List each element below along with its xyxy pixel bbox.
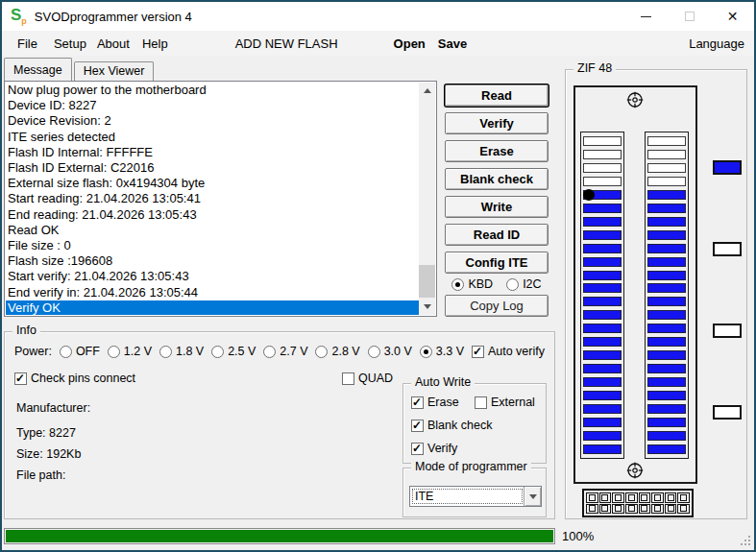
power-option-18v[interactable]: 1.8 V — [159, 345, 204, 358]
log-line[interactable]: Device Revision: 2 — [6, 113, 419, 129]
auto-verify-checkbox[interactable]: Auto verify — [472, 345, 545, 358]
tab-message[interactable]: Message — [4, 58, 72, 81]
menu-setup[interactable]: Setup — [54, 36, 86, 51]
progress-fill — [6, 530, 553, 542]
radio-icon — [108, 346, 120, 358]
config-ite-button[interactable]: Config ITE — [445, 252, 549, 274]
copy-log-button[interactable]: Copy Log — [445, 295, 549, 317]
maximize-button[interactable] — [668, 2, 711, 31]
log-line[interactable]: External size flash: 0x4194304 byte — [6, 176, 419, 191]
power-option-12v[interactable]: 1.2 V — [108, 345, 152, 358]
radio-icon — [263, 346, 276, 358]
pin-slot — [647, 230, 686, 240]
i2c-label: I2C — [523, 277, 541, 291]
blank-check-checkbox[interactable]: Blank check — [411, 419, 492, 432]
pin-slot — [583, 364, 622, 373]
log-line[interactable]: Read OK — [6, 223, 419, 238]
menu-file[interactable]: File — [17, 36, 37, 51]
menu-open[interactable]: Open — [394, 36, 426, 51]
log-line[interactable]: End verify in: 21.04.2026 13:05:44 — [6, 285, 419, 300]
scroll-down-button[interactable] — [419, 299, 435, 315]
blank-check-button[interactable]: Blank check — [445, 168, 549, 190]
pin-slot — [647, 324, 686, 333]
quad-checkbox[interactable]: QUAD — [342, 372, 393, 385]
erase-button[interactable]: Erase — [445, 140, 549, 162]
power-option-25v[interactable]: 2.5 V — [211, 345, 256, 358]
erase-label: Erase — [427, 396, 459, 409]
minimize-button[interactable] — [624, 2, 668, 31]
log-line[interactable]: Start verify: 21.04.2026 13:05:43 — [6, 269, 419, 284]
connector-pin — [665, 492, 677, 503]
pin-slot — [583, 418, 622, 427]
write-button[interactable]: Write — [445, 196, 549, 218]
pin-slot — [583, 217, 622, 227]
power-option-30v[interactable]: 3.0 V — [368, 345, 412, 358]
checkbox-icon — [411, 443, 424, 455]
read-id-button[interactable]: Read ID — [445, 224, 549, 246]
read-button[interactable]: Read — [445, 84, 549, 107]
resize-grip[interactable] — [739, 534, 750, 545]
pin-slot — [647, 310, 686, 320]
tab-hex-viewer[interactable]: Hex Viewer — [74, 61, 155, 81]
log-line[interactable]: File size : 0 — [6, 238, 419, 253]
pin-slot — [583, 163, 622, 173]
radio-icon — [315, 346, 328, 358]
log-line[interactable]: Flash size :196608 — [6, 253, 419, 269]
power-option-label: 1.2 V — [124, 345, 152, 358]
maximize-icon — [685, 12, 695, 21]
checkbox-icon — [475, 396, 487, 409]
app-icon: Sp — [11, 7, 27, 26]
info-group: Info Power: OFF1.2 V1.8 V2.5 V2.7 V2.8 V… — [4, 331, 555, 519]
log-line[interactable]: Device ID: 8227 — [6, 98, 419, 113]
power-option-27v[interactable]: 2.7 V — [263, 345, 307, 358]
external-checkbox[interactable]: External — [475, 396, 535, 409]
kbd-radio[interactable]: KBD — [451, 277, 493, 291]
menu-about[interactable]: About — [97, 36, 130, 51]
check-pins-checkbox[interactable]: Check pins connect — [14, 372, 135, 385]
i2c-radio[interactable]: I2C — [506, 277, 541, 291]
pin-column-left — [580, 132, 624, 459]
connector-pin — [677, 492, 690, 503]
progress-percent: 100% — [562, 528, 594, 544]
pin-slot — [583, 230, 622, 240]
app-icon-sub: p — [21, 16, 27, 26]
log-line[interactable]: Start reading: 21.04.2026 13:05:41 — [6, 191, 419, 206]
log-line[interactable]: Flash ID Internal: FFFFFE — [6, 145, 419, 160]
log-line[interactable]: End reading: 21.04.2026 13:05:43 — [6, 207, 419, 223]
verify-checkbox[interactable]: Verify — [411, 442, 457, 455]
verify-label: Verify — [427, 442, 457, 455]
message-log[interactable]: Now plug power to the motherboardDevice … — [4, 81, 437, 317]
connector-pin — [651, 492, 664, 503]
log-line[interactable]: ITE series detected — [6, 130, 419, 145]
scroll-up-button[interactable] — [419, 83, 435, 99]
pin-slot — [647, 350, 686, 360]
log-line[interactable]: Flash ID External: C22016 — [6, 160, 419, 176]
auto-write-group: Auto Write Erase External Blank check Ve… — [402, 383, 547, 464]
pin-slot — [647, 377, 686, 387]
connector-pin — [625, 492, 638, 503]
power-option-off[interactable]: OFF — [60, 345, 100, 358]
menu-add-new-flash[interactable]: ADD NEW FLASH — [235, 36, 338, 51]
menu-language[interactable]: Language — [689, 36, 744, 51]
scrollbar-thumb[interactable] — [419, 265, 435, 298]
quad-label: QUAD — [358, 372, 393, 385]
close-button[interactable]: ✕ — [711, 2, 754, 31]
type-label: Type: 8227 — [16, 426, 76, 440]
pin-slot — [583, 150, 622, 159]
log-line[interactable]: Verify OK — [6, 300, 419, 315]
menu-save[interactable]: Save — [438, 36, 467, 51]
socket-indicator — [713, 324, 742, 338]
erase-checkbox[interactable]: Erase — [411, 396, 459, 409]
dropdown-button[interactable] — [524, 487, 541, 506]
power-option-33v[interactable]: 3.3 V — [420, 345, 464, 358]
chevron-down-icon — [529, 494, 537, 499]
log-scrollbar[interactable] — [419, 83, 435, 315]
power-option-28v[interactable]: 2.8 V — [315, 345, 359, 358]
minimize-icon — [641, 16, 651, 17]
mode-select[interactable]: ITE — [409, 486, 542, 507]
menu-help[interactable]: Help — [142, 36, 168, 51]
log-line[interactable]: Now plug power to the motherboard — [6, 83, 419, 98]
pin-slot — [647, 150, 686, 159]
verify-button[interactable]: Verify — [445, 112, 549, 134]
radio-icon — [506, 278, 519, 291]
